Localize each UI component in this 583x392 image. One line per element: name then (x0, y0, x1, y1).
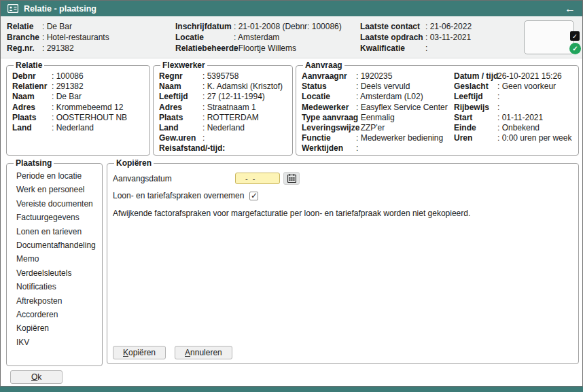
plaatsing-legend: Plaatsing (14, 158, 54, 168)
header-field-laatste-contact: Laatste contact: 21-06-2022 (360, 21, 472, 32)
kopieren-actions: Kopiëren Annuleren (113, 346, 573, 359)
menu-item-verdeelsleutels[interactable]: Verdeelsleutels (12, 266, 96, 280)
aanvangsdatum-label: Aanvangsdatum (113, 174, 235, 183)
header-field-laatste-opdracht: Laatste opdrach: 03-11-2021 (360, 32, 472, 43)
titlebar: Relatie - plaatsing ← (1, 1, 582, 16)
loon-tarief-label: Loon- en tariefafspraken overnemen (113, 191, 244, 200)
header-col-inschrijving: Inschrijfdatum: 21-01-2008 (Debnr: 10008… (175, 21, 342, 54)
relatie-legend: Relatie (14, 60, 44, 70)
aanvangsdatum-input[interactable] (235, 173, 280, 184)
aanvraag-row: Medewerker: Easyflex Service Center (302, 103, 454, 113)
aanvraag-left-column: Aanvraagnr: 1920235 Status: Deels vervul… (302, 71, 454, 154)
calendar-icon (287, 174, 296, 183)
menu-item-periode-en-locatie[interactable]: Periode en locatie (12, 169, 96, 183)
aanvraag-panel: Aanvraag Aanvraagnr: 1920235 Status: Dee… (296, 60, 579, 156)
header-field-relatiebeheerder: Relatiebeheerde: Floortje Willems (175, 43, 342, 54)
contact-card-icon (7, 4, 18, 13)
header-field-inschrijfdatum: Inschrijfdatum: 21-01-2008 (Debnr: 10008… (175, 21, 342, 32)
relatie-plaatsing-window: Relatie - plaatsing ← Relatie: De Bar Br… (0, 0, 583, 387)
relation-summary-header: Relatie: De Bar Branche: Hotel-restauran… (1, 16, 582, 58)
flexwerker-row: Naam: K. Adamski (Krisztof) (159, 82, 287, 92)
kopieren-legend: Kopiëren (114, 158, 154, 168)
annuleren-button[interactable]: Annuleren (175, 346, 232, 359)
loon-tarief-row: Loon- en tariefafspraken overnemen ✓ (113, 191, 573, 200)
header-field-branche: Branche: Hotel-restaurants (7, 32, 109, 43)
back-arrow-icon[interactable]: ← (565, 3, 576, 14)
flexwerker-row: Gew.uren: (159, 133, 287, 143)
aanvraag-row: Datum / tijd26-10-2021 15:26 (454, 71, 573, 82)
header-field-kwalificatie: Kwalificatie: (360, 43, 472, 54)
menu-item-accorderen[interactable]: Accorderen (12, 308, 96, 321)
header-field-locatie: Locatie: Amsterdam (175, 32, 342, 43)
relatie-row: Plaats: OOSTERHOUT NB (12, 113, 144, 123)
header-col-laatste: Laatste contact: 21-06-2022 Laatste opdr… (360, 21, 472, 54)
relatie-panel: Relatie Debnr: 100086 Relatienr: 291382 … (6, 60, 150, 156)
calendar-button[interactable] (283, 172, 300, 185)
header-field-regnr: Reg.nr.: 291382 (7, 43, 109, 54)
header-checkbox-icon[interactable]: ✓ (570, 31, 580, 41)
aanvraag-row: Einde: Onbekend (454, 123, 573, 133)
header-col-relatie: Relatie: De Bar Branche: Hotel-restauran… (7, 21, 109, 54)
flexwerker-row: Adres: Straatnaam 1 (159, 103, 287, 113)
menu-item-aftrekposten[interactable]: Aftrekposten (12, 294, 96, 308)
relatie-row: Adres: Krommebeemd 12 (12, 103, 144, 113)
kopieren-button[interactable]: Kopiëren (113, 346, 166, 359)
menu-item-werk-en-personeel[interactable]: Werk en personeel (12, 183, 96, 196)
menu-item-notificaties[interactable]: Notificaties (12, 280, 96, 293)
flexwerker-panel: Flexwerker Regnr: 5395758 Naam: K. Adams… (153, 60, 293, 156)
aanvraag-row: Geslacht: Geen voorkeur (454, 82, 573, 92)
flexwerker-row: Regnr: 5395758 (159, 71, 287, 82)
kopieren-panel: Kopiëren Aanvangsdatum (107, 158, 579, 364)
aanvraag-row: Leveringswijze: ZZP'er (302, 123, 454, 133)
ok-button[interactable]: Ok (10, 370, 63, 384)
status-ok-icon: ✓ (569, 43, 581, 54)
aanvraag-row: Rijbewijs: (454, 103, 573, 113)
kopieren-note: Afwijkende factorafspraken voor margefac… (113, 209, 573, 218)
window-title: Relatie - plaatsing (24, 4, 96, 14)
aanvraag-legend: Aanvraag (303, 60, 344, 70)
flexwerker-row: Reisafstand/-tijd: (159, 143, 287, 154)
aanvraag-right-column: Datum / tijd26-10-2021 15:26 Geslacht: G… (454, 71, 573, 154)
flexwerker-row: Leeftijd: 27 (12-11-1994) (159, 92, 287, 102)
menu-item-ikv[interactable]: IKV (12, 336, 96, 349)
aanvraag-row: Type aanvraag: Eenmalig (302, 113, 454, 123)
menu-item-kopieren[interactable]: Kopiëren (12, 321, 96, 335)
menu-item-vereiste-documenten[interactable]: Vereiste documenten (12, 197, 96, 211)
aanvangsdatum-row: Aanvangsdatum (113, 172, 573, 185)
menu-item-documentafhandeling[interactable]: Documentafhandeling (12, 238, 96, 252)
relatie-row: Relatienr: 291382 (12, 82, 144, 92)
loon-tarief-checkbox[interactable]: ✓ (249, 192, 258, 200)
aanvraag-row: Uren: 0:00 uren per week (454, 133, 573, 143)
header-field-relatie: Relatie: De Bar (7, 21, 109, 32)
aanvraag-row: Leeftijd: (454, 92, 573, 102)
aanvraag-row: Functie: Medewerker bediening (302, 133, 454, 143)
app-background: Relatie - plaatsing ← Relatie: De Bar Br… (0, 0, 583, 392)
flexwerker-legend: Flexwerker (160, 60, 207, 70)
menu-item-memo[interactable]: Memo (12, 252, 96, 266)
relatie-row: Naam: De Bar (12, 92, 144, 102)
flexwerker-row: Land: Nederland (159, 123, 287, 133)
aanvraag-row: Werktijden: (302, 143, 454, 154)
aanvraag-row: Start: 01-11-2021 (454, 113, 573, 123)
plaatsing-menu: Plaatsing Periode en locatie Werk en per… (6, 158, 103, 366)
relatie-row: Land: Nederland (12, 123, 144, 133)
menu-item-factuurgegevens[interactable]: Factuurgegevens (12, 211, 96, 224)
flexwerker-row: Plaats: ROTTERDAM (159, 113, 287, 123)
photo-placeholder (524, 20, 574, 54)
menu-item-lonen-en-tarieven[interactable]: Lonen en tarieven (12, 225, 96, 238)
aanvraag-row: Status: Deels vervuld (302, 82, 454, 92)
relatie-row: Debnr: 100086 (12, 71, 144, 82)
aanvraag-row: Aanvraagnr: 1920235 (302, 71, 454, 82)
aanvraag-row: Locatie: Amsterdam (L02) (302, 92, 454, 102)
